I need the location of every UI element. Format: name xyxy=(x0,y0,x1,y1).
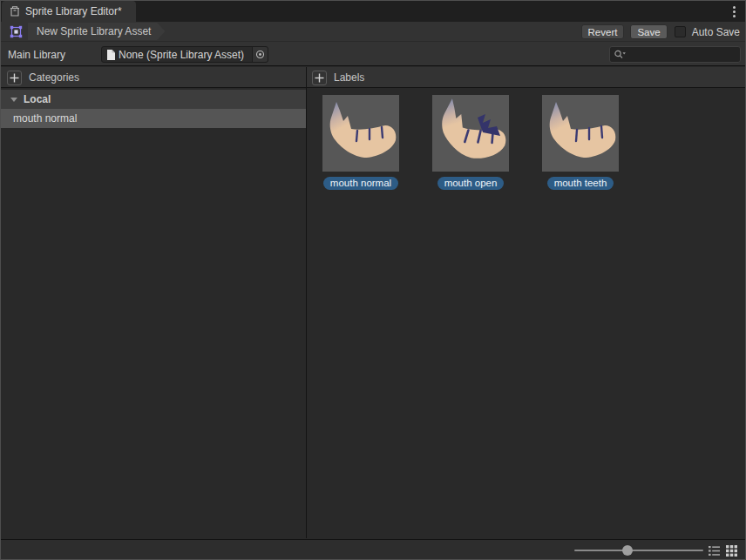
save-button[interactable]: Save xyxy=(630,24,668,39)
main-library-row: Main Library None (Sprite Library Asset) xyxy=(1,43,745,66)
tab-bar: Sprite Library Editor* xyxy=(1,1,745,22)
main-library-object-field[interactable]: None (Sprite Library Asset) xyxy=(101,46,268,63)
category-group-local[interactable]: Local xyxy=(1,90,306,109)
add-category-button[interactable] xyxy=(7,71,22,85)
categories-panel: Local mouth normal xyxy=(1,88,306,538)
category-row-mouth-normal[interactable]: mouth normal xyxy=(1,109,306,128)
grid-view-icon[interactable] xyxy=(726,545,737,557)
panel-headers: Categories Labels xyxy=(1,67,745,88)
label-pill[interactable]: mouth teeth xyxy=(547,177,614,190)
sprite-library-editor-window: Sprite Library Editor* New Sprite Librar… xyxy=(0,0,746,560)
chevron-down-icon[interactable] xyxy=(10,98,17,102)
main-library-label: Main Library xyxy=(8,49,65,61)
breadcrumb-label: New Sprite Library Asset xyxy=(37,25,151,37)
tab-title: Sprite Library Editor* xyxy=(25,5,122,17)
object-picker-icon[interactable] xyxy=(252,47,268,62)
list-view-icon[interactable] xyxy=(709,545,720,557)
labels-header: Labels xyxy=(312,67,364,88)
sprite-thumbnail-mouth-teeth[interactable] xyxy=(542,95,619,172)
plus-icon xyxy=(315,73,324,83)
labels-panel: mouth normal mouth open xyxy=(307,88,746,538)
search-input[interactable] xyxy=(627,49,736,61)
sprite-thumbnail-mouth-open[interactable] xyxy=(432,95,509,172)
label-item-mouth-teeth: mouth teeth xyxy=(542,95,619,190)
categories-title: Categories xyxy=(29,71,79,84)
object-field-value: None (Sprite Library Asset) xyxy=(119,49,252,61)
asset-doc-icon xyxy=(106,50,115,60)
search-icon xyxy=(614,49,627,60)
thumbnail-size-slider[interactable] xyxy=(574,550,703,551)
category-row-label: mouth normal xyxy=(13,112,77,125)
categories-header: Categories xyxy=(7,67,79,88)
auto-save-checkbox[interactable] xyxy=(675,26,686,37)
breadcrumb[interactable]: New Sprite Library Asset xyxy=(28,23,165,40)
label-pill[interactable]: mouth open xyxy=(437,177,505,190)
category-group-label: Local xyxy=(24,93,51,105)
auto-save-label: Auto Save xyxy=(692,26,740,38)
label-item-mouth-open: mouth open xyxy=(432,95,509,190)
revert-button[interactable]: Revert xyxy=(581,24,624,39)
toolbar: New Sprite Library Asset Revert Save Aut… xyxy=(1,22,745,42)
footer-bar xyxy=(1,539,745,560)
add-label-button[interactable] xyxy=(312,71,327,85)
sprite-library-window-icon xyxy=(9,5,21,17)
labels-title: Labels xyxy=(334,71,364,84)
sprite-thumbnail-mouth-normal[interactable] xyxy=(322,95,399,172)
search-field[interactable] xyxy=(609,46,741,63)
sprite-library-asset-icon xyxy=(9,24,24,39)
label-pill[interactable]: mouth normal xyxy=(323,177,398,190)
thumbnail-size-slider-handle[interactable] xyxy=(622,545,633,556)
top-block: New Sprite Library Asset Revert Save Aut… xyxy=(1,22,745,66)
plus-icon xyxy=(10,73,19,83)
kebab-menu-icon[interactable] xyxy=(728,4,740,18)
label-item-mouth-normal: mouth normal xyxy=(322,95,399,190)
tab-sprite-library-editor[interactable]: Sprite Library Editor* xyxy=(2,1,136,22)
